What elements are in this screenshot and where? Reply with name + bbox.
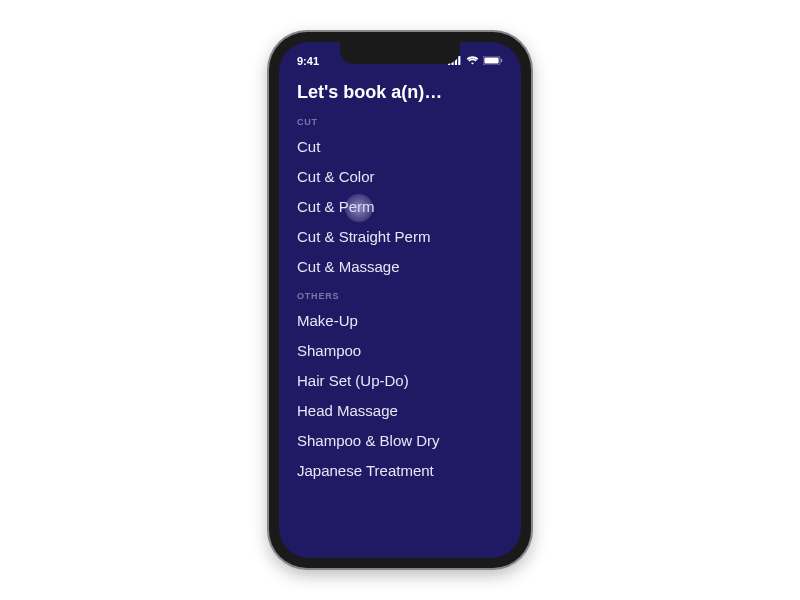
phone-notch <box>340 42 460 64</box>
service-shampoo[interactable]: Shampoo <box>297 335 503 365</box>
service-shampoo-blow-dry[interactable]: Shampoo & Blow Dry <box>297 425 503 455</box>
service-japanese-treatment[interactable]: Japanese Treatment <box>297 455 503 485</box>
section-header-others: OTHERS <box>297 291 503 301</box>
svg-rect-6 <box>501 59 502 62</box>
battery-icon <box>483 55 503 67</box>
page-title: Let's book a(n)… <box>297 82 503 103</box>
wifi-icon <box>466 55 479 67</box>
service-hair-set[interactable]: Hair Set (Up-Do) <box>297 365 503 395</box>
section-header-cut: CUT <box>297 117 503 127</box>
service-cut-perm[interactable]: Cut & Perm <box>297 191 503 221</box>
phone-device-frame: 9:41 <box>269 32 531 568</box>
svg-rect-3 <box>458 56 460 65</box>
service-cut-straight-perm[interactable]: Cut & Straight Perm <box>297 221 503 251</box>
service-make-up[interactable]: Make-Up <box>297 305 503 335</box>
service-head-massage[interactable]: Head Massage <box>297 395 503 425</box>
svg-rect-5 <box>484 57 498 63</box>
service-cut[interactable]: Cut <box>297 131 503 161</box>
service-cut-massage[interactable]: Cut & Massage <box>297 251 503 281</box>
phone-screen: 9:41 <box>279 42 521 558</box>
service-cut-color[interactable]: Cut & Color <box>297 161 503 191</box>
booking-menu: Let's book a(n)… CUT Cut Cut & Color Cut… <box>279 72 521 485</box>
